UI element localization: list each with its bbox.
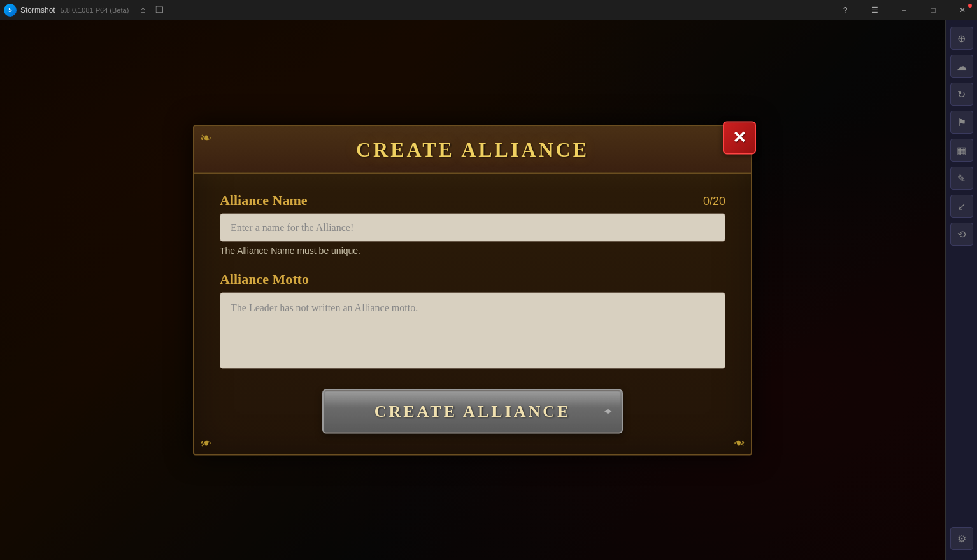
alliance-motto-label: Alliance Motto bbox=[220, 271, 309, 288]
app-logo: S bbox=[4, 4, 17, 17]
alliance-name-label-row: Alliance Name 0/20 bbox=[220, 192, 725, 209]
help-button[interactable]: ? bbox=[831, 0, 860, 20]
modal-header: CREATE ALLIANCE bbox=[194, 127, 751, 174]
alliance-name-label: Alliance Name bbox=[220, 192, 307, 209]
corner-ornament-tl: ❧ bbox=[193, 125, 218, 151]
notification-dot bbox=[968, 4, 972, 8]
maximize-button[interactable]: □ bbox=[918, 0, 948, 20]
char-count: 0/20 bbox=[703, 195, 725, 208]
close-button[interactable]: ✕ bbox=[948, 0, 977, 20]
sidebar-settings-btn[interactable]: ⚙ bbox=[950, 527, 973, 550]
sidebar-btn-2[interactable]: ☁ bbox=[950, 55, 973, 78]
alliance-name-section: Alliance Name 0/20 The Alliance Name mus… bbox=[220, 192, 725, 256]
alliance-name-input[interactable] bbox=[220, 214, 725, 242]
alliance-motto-input[interactable] bbox=[220, 293, 725, 369]
sidebar-btn-5[interactable]: ▦ bbox=[950, 139, 973, 162]
alliance-name-hint: The Alliance Name must be unique. bbox=[220, 246, 725, 256]
minimize-button[interactable]: − bbox=[889, 0, 918, 20]
corner-ornament-br: ❧ bbox=[727, 430, 752, 456]
create-alliance-button[interactable]: CREATE ALLIANCE ✦ bbox=[322, 389, 624, 434]
alliance-motto-label-row: Alliance Motto bbox=[220, 271, 725, 288]
create-button-label: CREATE ALLIANCE bbox=[374, 402, 571, 421]
sidebar-btn-3[interactable]: ↻ bbox=[950, 83, 973, 106]
sidebar-btn-8[interactable]: ⟲ bbox=[950, 223, 973, 246]
sidebar-btn-1[interactable]: ⊕ bbox=[950, 27, 973, 50]
close-icon: ✕ bbox=[732, 130, 746, 146]
app-version: 5.8.0.1081 P64 (Beta) bbox=[61, 6, 129, 14]
menu-button[interactable]: ☰ bbox=[860, 0, 889, 20]
sidebar-btn-6[interactable]: ✎ bbox=[950, 167, 973, 190]
game-area: ❧ ❧ ❧ ✕ CREATE ALLIANCE Alliance bbox=[0, 20, 945, 560]
titlebar: S Stormshot 5.8.0.1081 P64 (Beta) ⌂ ❏ ? … bbox=[0, 0, 977, 20]
home-icon[interactable]: ⌂ bbox=[136, 4, 149, 17]
files-icon[interactable]: ❏ bbox=[153, 4, 166, 17]
corner-ornament-bl: ❧ bbox=[193, 430, 218, 456]
sidebar-btn-7[interactable]: ↙ bbox=[950, 195, 973, 218]
modal-close-button[interactable]: ✕ bbox=[723, 122, 756, 155]
app-name: Stormshot bbox=[20, 6, 55, 15]
window-controls: ? ☰ − □ ✕ bbox=[831, 0, 977, 20]
button-icon: ✦ bbox=[603, 405, 613, 419]
titlebar-nav-icons: ⌂ ❏ bbox=[136, 4, 166, 17]
right-sidebar: ⊕ ☁ ↻ ⚑ ▦ ✎ ↙ ⟲ ⚙ bbox=[945, 20, 977, 560]
modal-body: Alliance Name 0/20 The Alliance Name mus… bbox=[194, 174, 751, 454]
modal-container: ❧ ❧ ❧ ✕ CREATE ALLIANCE Alliance bbox=[193, 125, 752, 456]
create-alliance-modal: ❧ ❧ ❧ ✕ CREATE ALLIANCE Alliance bbox=[193, 125, 752, 456]
sidebar-btn-4[interactable]: ⚑ bbox=[950, 111, 973, 134]
create-button-wrapper: CREATE ALLIANCE ✦ bbox=[220, 389, 725, 434]
alliance-motto-section: Alliance Motto bbox=[220, 271, 725, 372]
modal-title: CREATE ALLIANCE bbox=[356, 138, 589, 161]
